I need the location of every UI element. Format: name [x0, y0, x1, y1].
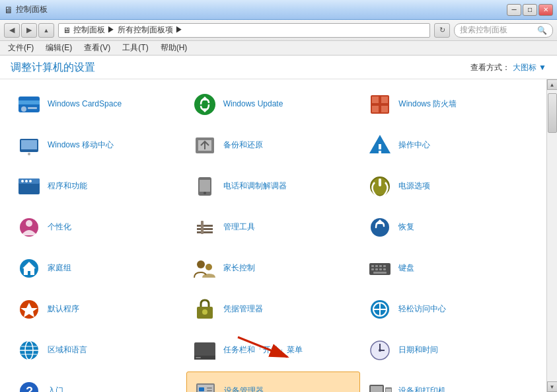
scroll-down-arrow[interactable]: ▼: [547, 381, 558, 392]
icon-item-phone[interactable]: 电话和调制解调器: [186, 167, 361, 206]
firewall-label: Windows 防火墙: [398, 99, 457, 110]
menu-help[interactable]: 帮助(H): [158, 42, 190, 54]
scroll-up-arrow[interactable]: ▲: [547, 79, 558, 90]
icon-item-programs[interactable]: 程序和功能: [11, 167, 185, 206]
icon-item-cardspace[interactable]: Windows CardSpace: [11, 85, 185, 124]
svg-rect-43: [371, 265, 374, 267]
taskbar-label: 任务栏和「开始」菜单: [223, 345, 303, 356]
svg-rect-35: [197, 231, 213, 233]
icon-item-power[interactable]: 电源选项: [361, 167, 536, 206]
icon-item-mobility[interactable]: Windows 移动中心: [11, 126, 185, 165]
action-label: 操作中心: [398, 140, 430, 151]
svg-rect-80: [207, 387, 212, 389]
icon-item-keyboard[interactable]: 键盘: [361, 249, 536, 288]
scroll-thumb[interactable]: [548, 93, 557, 133]
window-title: 控制面板: [16, 4, 48, 15]
menu-tools[interactable]: 工具(T): [120, 42, 151, 54]
keyboard-label: 键盘: [398, 263, 414, 274]
svg-rect-67: [196, 357, 201, 358]
icons-container: Windows CardSpaceWindows UpdateWindows 防…: [0, 79, 557, 392]
content-area: 调整计算机的设置 查看方式： 大图标 ▼ Windows CardSpaceWi…: [0, 56, 557, 392]
icon-item-update[interactable]: Windows Update: [186, 85, 361, 124]
svg-point-28: [204, 192, 206, 194]
menu-edit[interactable]: 编辑(E): [43, 42, 75, 54]
up-button[interactable]: ▲: [38, 23, 54, 38]
svg-text:?: ?: [26, 385, 33, 392]
page-title: 调整计算机的设置: [11, 61, 95, 75]
icon-item-homegroup[interactable]: 家庭组: [11, 249, 185, 288]
svg-rect-47: [371, 268, 374, 270]
icon-item-datetime[interactable]: 日期和时间: [361, 331, 536, 370]
keyboard-icon: [367, 255, 393, 282]
devices-icon: [367, 378, 393, 392]
svg-point-25: [29, 180, 32, 182]
svg-rect-83: [371, 386, 383, 392]
icon-item-region[interactable]: 区域和语言: [11, 331, 185, 370]
icon-item-taskbar[interactable]: 任务栏和「开始」菜单: [186, 331, 361, 370]
recovery-label: 恢复: [398, 222, 414, 233]
back-button[interactable]: ◀: [4, 23, 20, 38]
update-icon: [192, 91, 218, 118]
window-icon: 🖥: [4, 5, 13, 15]
svg-rect-87: [386, 389, 391, 392]
svg-point-40: [197, 260, 205, 268]
svg-rect-13: [21, 140, 37, 149]
svg-rect-27: [200, 180, 210, 192]
personalize-icon: [16, 214, 42, 241]
svg-point-32: [26, 220, 32, 227]
svg-rect-45: [379, 265, 382, 267]
svg-point-55: [202, 309, 207, 315]
icon-item-devices[interactable]: 设备和打印机: [361, 372, 536, 392]
forward-button[interactable]: ▶: [21, 23, 37, 38]
devmgr-label: 设备管理器: [224, 386, 264, 392]
icon-item-devmgr[interactable]: 设备管理器: [186, 372, 361, 392]
icon-item-firewall[interactable]: Windows 防火墙: [361, 85, 536, 124]
view-label: 查看方式：: [470, 62, 510, 73]
minimize-button[interactable]: ─: [507, 4, 521, 16]
icon-item-tools[interactable]: 管理工具: [186, 208, 361, 247]
icons-grid: Windows CardSpaceWindows UpdateWindows 防…: [0, 79, 546, 392]
icon-item-access[interactable]: 轻松访问中心: [361, 290, 536, 329]
devmgr-icon: [192, 378, 219, 392]
access-icon: [367, 296, 393, 323]
svg-point-41: [205, 264, 212, 270]
close-button[interactable]: ✕: [538, 4, 553, 16]
credential-icon: [192, 296, 218, 323]
power-label: 电源选项: [398, 181, 430, 192]
maximize-button[interactable]: □: [523, 4, 537, 16]
svg-point-2: [21, 106, 26, 112]
svg-rect-36: [201, 221, 204, 234]
scrollbar[interactable]: ▲ ▼: [546, 79, 557, 392]
icon-item-parental[interactable]: 家长控制: [186, 249, 361, 288]
phone-icon: [192, 173, 218, 200]
svg-rect-8: [372, 97, 379, 103]
menu-file[interactable]: 文件(F): [5, 42, 36, 54]
icon-item-personalize[interactable]: 个性化: [11, 208, 185, 247]
search-bar[interactable]: 搜索控制面板 🔍: [454, 23, 553, 38]
icon-item-action[interactable]: 操作中心: [361, 126, 536, 165]
svg-rect-51: [373, 272, 387, 274]
icon-item-backup[interactable]: 备份和还原: [186, 126, 361, 165]
recovery-icon: [367, 214, 393, 241]
icon-item-getstarted[interactable]: ?入门: [11, 372, 185, 392]
action-icon: [367, 132, 393, 159]
homegroup-icon: [16, 255, 42, 282]
backup-icon: [192, 132, 218, 159]
firewall-icon: [367, 91, 393, 118]
homegroup-label: 家庭组: [48, 263, 71, 274]
icon-item-credential[interactable]: 凭据管理器: [186, 290, 361, 329]
scroll-track: [547, 90, 558, 381]
svg-rect-9: [381, 97, 388, 103]
getstarted-icon: ?: [16, 378, 42, 392]
breadcrumb[interactable]: 🖥 控制面板 ▶ 所有控制面板项 ▶: [58, 23, 430, 38]
svg-rect-34: [197, 228, 213, 230]
programs-label: 程序和功能: [48, 181, 87, 192]
cardspace-icon: [16, 91, 42, 118]
icon-item-default[interactable]: 默认程序: [11, 290, 185, 329]
icon-item-recovery[interactable]: 恢复: [361, 208, 536, 247]
svg-rect-79: [199, 387, 204, 391]
menu-view[interactable]: 查看(V): [81, 42, 113, 54]
view-mode-link[interactable]: 大图标 ▼: [513, 62, 546, 73]
update-label: Windows Update: [223, 99, 283, 110]
refresh-button[interactable]: ↻: [434, 23, 450, 38]
